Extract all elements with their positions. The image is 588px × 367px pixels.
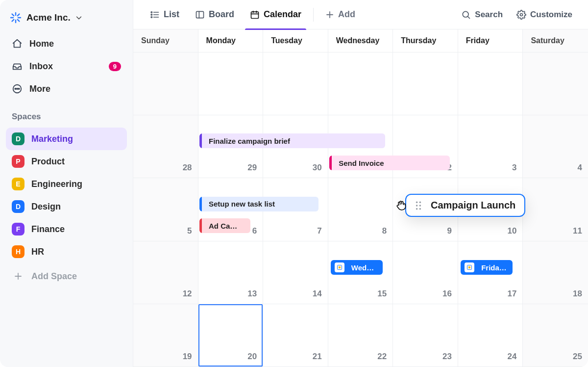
grab-cursor-icon <box>394 198 410 215</box>
day-number: 18 <box>573 289 582 299</box>
space-label: Marketing <box>31 134 73 144</box>
calendar-cell[interactable]: 18 <box>523 241 588 304</box>
tab-list[interactable]: List <box>143 0 186 29</box>
calendar-cell[interactable]: 19 <box>133 304 198 367</box>
calendar-cell[interactable]: 20 <box>198 304 264 367</box>
dragging-event-campaign-launch[interactable]: Campaign Launch <box>405 194 525 217</box>
calendar-cell[interactable] <box>458 52 523 115</box>
add-space-button[interactable]: Add Space <box>6 265 127 288</box>
svg-point-36 <box>419 201 421 203</box>
more-icon <box>12 83 23 94</box>
calendar-cell[interactable]: 5 <box>133 178 198 241</box>
space-item-marketing[interactable]: DMarketing <box>6 128 127 150</box>
nav-home-label: Home <box>29 39 54 49</box>
nav-home[interactable]: Home <box>6 33 127 54</box>
event-gcal-wednesday[interactable]: Wedn… <box>331 260 383 275</box>
day-number: 24 <box>508 352 517 362</box>
view-tabs: List Board Calendar Add <box>133 0 588 29</box>
home-icon <box>12 38 23 49</box>
calendar-cell[interactable]: 8 <box>328 178 393 241</box>
day-number: 20 <box>247 352 257 362</box>
event-label: Send Invoice <box>336 159 384 167</box>
board-icon <box>195 10 205 20</box>
svg-point-40 <box>419 208 421 210</box>
workspace-logo-icon <box>10 12 22 24</box>
space-label: Finance <box>31 224 65 235</box>
space-item-hr[interactable]: HHR <box>6 240 127 263</box>
svg-point-17 <box>151 11 152 13</box>
calendar-grid[interactable]: 2829301234567891011121314151617181920212… <box>133 52 588 367</box>
svg-line-29 <box>468 16 470 18</box>
nav-inbox[interactable]: Inbox 9 <box>6 56 127 77</box>
event-label: Frida… <box>478 263 507 272</box>
calendar-cell[interactable]: 24 <box>458 304 523 367</box>
calendar-cell[interactable]: 21 <box>263 304 328 367</box>
tab-calendar[interactable]: Calendar <box>243 0 308 29</box>
calendar-cell[interactable]: 28 <box>133 115 198 178</box>
svg-point-37 <box>416 205 418 207</box>
google-calendar-icon <box>335 262 344 272</box>
nav-more-label: More <box>29 84 50 94</box>
space-avatar: P <box>12 155 24 168</box>
spaces-list: DMarketingPProductEEngineeringDDesignFFi… <box>6 128 127 263</box>
space-item-design[interactable]: DDesign <box>6 195 127 218</box>
svg-point-9 <box>15 88 16 89</box>
day-number: 21 <box>313 352 322 362</box>
day-number: 15 <box>377 289 387 299</box>
day-header: Saturday <box>523 29 588 52</box>
calendar-cell[interactable] <box>328 52 393 115</box>
space-avatar: F <box>12 223 24 236</box>
day-number: 5 <box>187 226 192 236</box>
svg-point-39 <box>416 208 418 210</box>
event-label: Setup new task list <box>206 200 275 208</box>
list-icon <box>150 10 160 20</box>
space-label: HR <box>31 247 44 257</box>
event-setup-task-list[interactable]: Setup new task list <box>199 197 318 211</box>
calendar-cell[interactable] <box>198 52 264 115</box>
space-avatar: D <box>12 132 24 145</box>
nav-more[interactable]: More <box>6 79 127 99</box>
day-number: 6 <box>252 226 257 236</box>
calendar-cell[interactable] <box>263 52 328 115</box>
calendar-cell[interactable]: 12 <box>133 241 198 304</box>
day-number: 11 <box>573 226 582 236</box>
calendar-cell[interactable]: 11 <box>523 178 588 241</box>
day-number: 3 <box>512 163 516 173</box>
day-header: Wednesday <box>328 29 393 52</box>
event-send-invoice[interactable]: Send Invoice <box>329 156 450 170</box>
calendar-cell[interactable]: 23 <box>393 304 458 367</box>
calendar-cell[interactable] <box>393 52 458 115</box>
svg-line-7 <box>18 14 20 16</box>
svg-point-38 <box>419 205 421 207</box>
inbox-badge: 9 <box>109 62 121 71</box>
calendar-cell[interactable] <box>133 52 198 115</box>
tab-add-view[interactable]: Add <box>318 0 362 29</box>
svg-rect-32 <box>339 266 341 268</box>
space-item-finance[interactable]: FFinance <box>6 218 127 240</box>
workspace-switcher[interactable]: Acme Inc. <box>6 9 127 31</box>
day-number: 4 <box>578 163 582 173</box>
search-button[interactable]: Search <box>455 5 509 25</box>
calendar-icon <box>250 10 260 20</box>
calendar-cell[interactable]: 16 <box>393 241 458 304</box>
divider <box>313 8 314 22</box>
event-gcal-friday[interactable]: Frida… <box>461 260 513 275</box>
calendar-cell[interactable]: 13 <box>198 241 264 304</box>
event-finalize-campaign-brief[interactable]: Finalize campaign brief <box>199 133 385 148</box>
calendar-cell[interactable]: 14 <box>263 241 328 304</box>
tab-board[interactable]: Board <box>188 0 241 29</box>
calendar-cell[interactable]: 3 <box>458 115 523 178</box>
day-number: 28 <box>183 163 192 173</box>
calendar-cell[interactable] <box>523 52 588 115</box>
event-ad-campaign[interactable]: Ad Ca… <box>199 218 250 233</box>
calendar-cell[interactable]: 25 <box>523 304 588 367</box>
day-header: Friday <box>458 29 523 52</box>
svg-point-19 <box>151 16 152 18</box>
calendar-cell[interactable]: 4 <box>523 115 588 178</box>
svg-point-11 <box>19 88 20 89</box>
space-item-product[interactable]: PProduct <box>6 150 127 173</box>
space-item-engineering[interactable]: EEngineering <box>6 173 127 195</box>
customize-button[interactable]: Customize <box>511 5 578 25</box>
day-number: 14 <box>313 289 322 299</box>
calendar-cell[interactable]: 22 <box>328 304 393 367</box>
